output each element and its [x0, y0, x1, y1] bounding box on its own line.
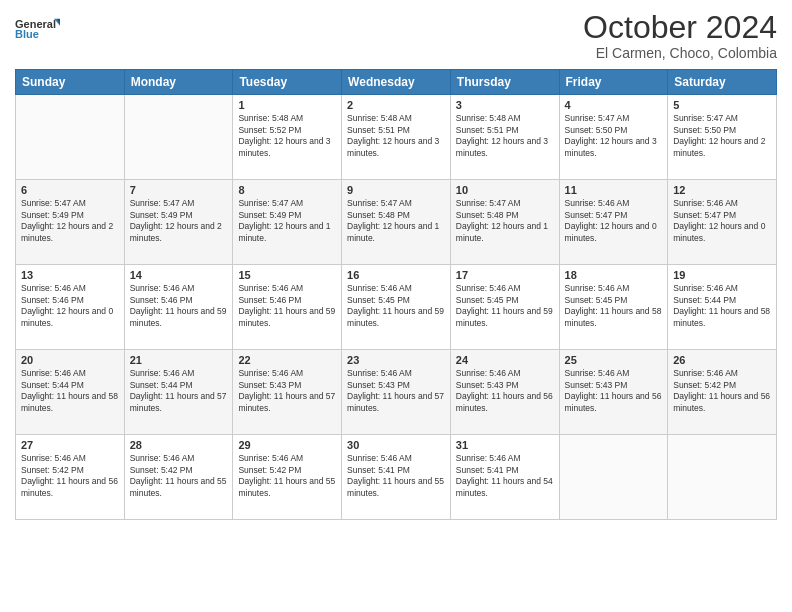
cell-info: Sunrise: 5:47 AM Sunset: 5:49 PM Dayligh… [238, 198, 336, 244]
day-number: 9 [347, 184, 445, 196]
cell-info: Sunrise: 5:46 AM Sunset: 5:44 PM Dayligh… [673, 283, 771, 329]
calendar-cell: 1Sunrise: 5:48 AM Sunset: 5:52 PM Daylig… [233, 95, 342, 180]
cell-info: Sunrise: 5:46 AM Sunset: 5:45 PM Dayligh… [347, 283, 445, 329]
cell-info: Sunrise: 5:46 AM Sunset: 5:46 PM Dayligh… [21, 283, 119, 329]
calendar-cell: 8Sunrise: 5:47 AM Sunset: 5:49 PM Daylig… [233, 180, 342, 265]
calendar-cell: 12Sunrise: 5:46 AM Sunset: 5:47 PM Dayli… [668, 180, 777, 265]
calendar-cell: 17Sunrise: 5:46 AM Sunset: 5:45 PM Dayli… [450, 265, 559, 350]
day-number: 22 [238, 354, 336, 366]
calendar-cell [124, 95, 233, 180]
day-number: 19 [673, 269, 771, 281]
calendar-cell: 31Sunrise: 5:46 AM Sunset: 5:41 PM Dayli… [450, 435, 559, 520]
cell-info: Sunrise: 5:48 AM Sunset: 5:52 PM Dayligh… [238, 113, 336, 159]
cell-info: Sunrise: 5:46 AM Sunset: 5:47 PM Dayligh… [673, 198, 771, 244]
day-number: 16 [347, 269, 445, 281]
day-number: 23 [347, 354, 445, 366]
week-row-1: 1Sunrise: 5:48 AM Sunset: 5:52 PM Daylig… [16, 95, 777, 180]
calendar-cell: 6Sunrise: 5:47 AM Sunset: 5:49 PM Daylig… [16, 180, 125, 265]
cell-info: Sunrise: 5:46 AM Sunset: 5:41 PM Dayligh… [456, 453, 554, 499]
cell-info: Sunrise: 5:48 AM Sunset: 5:51 PM Dayligh… [456, 113, 554, 159]
cell-info: Sunrise: 5:48 AM Sunset: 5:51 PM Dayligh… [347, 113, 445, 159]
week-row-2: 6Sunrise: 5:47 AM Sunset: 5:49 PM Daylig… [16, 180, 777, 265]
cell-info: Sunrise: 5:47 AM Sunset: 5:48 PM Dayligh… [456, 198, 554, 244]
calendar-cell: 25Sunrise: 5:46 AM Sunset: 5:43 PM Dayli… [559, 350, 668, 435]
calendar-cell: 29Sunrise: 5:46 AM Sunset: 5:42 PM Dayli… [233, 435, 342, 520]
day-header-monday: Monday [124, 70, 233, 95]
day-header-friday: Friday [559, 70, 668, 95]
calendar-cell: 30Sunrise: 5:46 AM Sunset: 5:41 PM Dayli… [342, 435, 451, 520]
cell-info: Sunrise: 5:47 AM Sunset: 5:50 PM Dayligh… [673, 113, 771, 159]
day-number: 30 [347, 439, 445, 451]
cell-info: Sunrise: 5:46 AM Sunset: 5:45 PM Dayligh… [456, 283, 554, 329]
cell-info: Sunrise: 5:46 AM Sunset: 5:44 PM Dayligh… [21, 368, 119, 414]
day-number: 27 [21, 439, 119, 451]
day-number: 11 [565, 184, 663, 196]
calendar-cell: 28Sunrise: 5:46 AM Sunset: 5:42 PM Dayli… [124, 435, 233, 520]
day-number: 31 [456, 439, 554, 451]
calendar-cell: 4Sunrise: 5:47 AM Sunset: 5:50 PM Daylig… [559, 95, 668, 180]
day-number: 28 [130, 439, 228, 451]
calendar-cell: 24Sunrise: 5:46 AM Sunset: 5:43 PM Dayli… [450, 350, 559, 435]
calendar-cell: 22Sunrise: 5:46 AM Sunset: 5:43 PM Dayli… [233, 350, 342, 435]
cell-info: Sunrise: 5:46 AM Sunset: 5:41 PM Dayligh… [347, 453, 445, 499]
day-header-tuesday: Tuesday [233, 70, 342, 95]
calendar-cell: 21Sunrise: 5:46 AM Sunset: 5:44 PM Dayli… [124, 350, 233, 435]
day-header-saturday: Saturday [668, 70, 777, 95]
cell-info: Sunrise: 5:47 AM Sunset: 5:50 PM Dayligh… [565, 113, 663, 159]
cell-info: Sunrise: 5:46 AM Sunset: 5:47 PM Dayligh… [565, 198, 663, 244]
calendar-cell: 20Sunrise: 5:46 AM Sunset: 5:44 PM Dayli… [16, 350, 125, 435]
day-number: 21 [130, 354, 228, 366]
header-row: SundayMondayTuesdayWednesdayThursdayFrid… [16, 70, 777, 95]
location: El Carmen, Choco, Colombia [583, 45, 777, 61]
logo: General Blue [15, 10, 60, 48]
day-number: 26 [673, 354, 771, 366]
cell-info: Sunrise: 5:46 AM Sunset: 5:42 PM Dayligh… [130, 453, 228, 499]
calendar-cell: 5Sunrise: 5:47 AM Sunset: 5:50 PM Daylig… [668, 95, 777, 180]
calendar-cell [16, 95, 125, 180]
calendar-cell: 15Sunrise: 5:46 AM Sunset: 5:46 PM Dayli… [233, 265, 342, 350]
cell-info: Sunrise: 5:46 AM Sunset: 5:42 PM Dayligh… [673, 368, 771, 414]
page: General Blue October 2024 El Carmen, Cho… [0, 0, 792, 612]
calendar-cell: 3Sunrise: 5:48 AM Sunset: 5:51 PM Daylig… [450, 95, 559, 180]
day-number: 5 [673, 99, 771, 111]
day-number: 24 [456, 354, 554, 366]
calendar-cell: 11Sunrise: 5:46 AM Sunset: 5:47 PM Dayli… [559, 180, 668, 265]
calendar-cell: 2Sunrise: 5:48 AM Sunset: 5:51 PM Daylig… [342, 95, 451, 180]
svg-text:Blue: Blue [15, 28, 39, 40]
calendar-cell: 16Sunrise: 5:46 AM Sunset: 5:45 PM Dayli… [342, 265, 451, 350]
calendar-cell: 14Sunrise: 5:46 AM Sunset: 5:46 PM Dayli… [124, 265, 233, 350]
calendar-cell: 18Sunrise: 5:46 AM Sunset: 5:45 PM Dayli… [559, 265, 668, 350]
week-row-4: 20Sunrise: 5:46 AM Sunset: 5:44 PM Dayli… [16, 350, 777, 435]
calendar-cell [668, 435, 777, 520]
calendar-cell: 27Sunrise: 5:46 AM Sunset: 5:42 PM Dayli… [16, 435, 125, 520]
week-row-5: 27Sunrise: 5:46 AM Sunset: 5:42 PM Dayli… [16, 435, 777, 520]
cell-info: Sunrise: 5:46 AM Sunset: 5:44 PM Dayligh… [130, 368, 228, 414]
cell-info: Sunrise: 5:46 AM Sunset: 5:46 PM Dayligh… [238, 283, 336, 329]
calendar-cell [559, 435, 668, 520]
day-number: 17 [456, 269, 554, 281]
day-number: 8 [238, 184, 336, 196]
day-number: 29 [238, 439, 336, 451]
cell-info: Sunrise: 5:46 AM Sunset: 5:43 PM Dayligh… [565, 368, 663, 414]
day-number: 1 [238, 99, 336, 111]
cell-info: Sunrise: 5:47 AM Sunset: 5:49 PM Dayligh… [130, 198, 228, 244]
day-number: 25 [565, 354, 663, 366]
day-number: 14 [130, 269, 228, 281]
day-number: 4 [565, 99, 663, 111]
cell-info: Sunrise: 5:46 AM Sunset: 5:46 PM Dayligh… [130, 283, 228, 329]
calendar-cell: 7Sunrise: 5:47 AM Sunset: 5:49 PM Daylig… [124, 180, 233, 265]
cell-info: Sunrise: 5:46 AM Sunset: 5:43 PM Dayligh… [456, 368, 554, 414]
day-number: 13 [21, 269, 119, 281]
calendar-table: SundayMondayTuesdayWednesdayThursdayFrid… [15, 69, 777, 520]
day-number: 3 [456, 99, 554, 111]
logo-svg: General Blue [15, 10, 60, 48]
day-number: 20 [21, 354, 119, 366]
day-number: 10 [456, 184, 554, 196]
header: General Blue October 2024 El Carmen, Cho… [15, 10, 777, 61]
title-section: October 2024 El Carmen, Choco, Colombia [583, 10, 777, 61]
cell-info: Sunrise: 5:46 AM Sunset: 5:45 PM Dayligh… [565, 283, 663, 329]
cell-info: Sunrise: 5:46 AM Sunset: 5:42 PM Dayligh… [21, 453, 119, 499]
calendar-cell: 23Sunrise: 5:46 AM Sunset: 5:43 PM Dayli… [342, 350, 451, 435]
day-number: 15 [238, 269, 336, 281]
calendar-cell: 13Sunrise: 5:46 AM Sunset: 5:46 PM Dayli… [16, 265, 125, 350]
